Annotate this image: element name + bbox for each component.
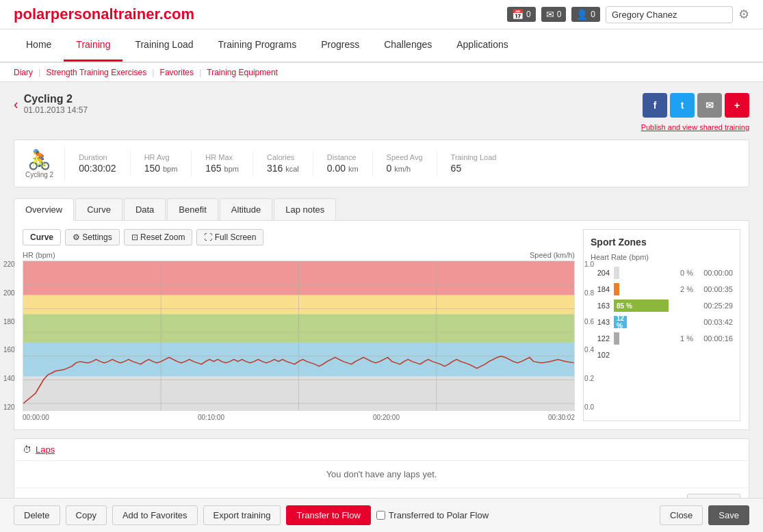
alert-icon: 👤: [576, 9, 588, 20]
subnav-diary[interactable]: Diary: [14, 68, 33, 77]
stat-calories: Calories 316 kcal: [253, 150, 313, 176]
subnav-strength[interactable]: Strength Training Exercises: [46, 68, 146, 77]
zone-row-5: 122 1 % 00:00:16: [591, 332, 733, 345]
nav-training[interactable]: Training: [64, 29, 122, 62]
zone-pct-1: 0 %: [673, 269, 693, 277]
chart-container: Curve ⚙ Settings ⊡ Reset Zoom ⛶ Full Scr…: [23, 229, 575, 421]
save-btn[interactable]: Save: [708, 505, 749, 525]
subnav-favorites[interactable]: Favorites: [160, 68, 194, 77]
tab-curve[interactable]: Curve: [75, 198, 122, 220]
tab-data[interactable]: Data: [124, 198, 166, 220]
zone-row-3: 163 85 % 00:25:29: [591, 300, 733, 312]
stat-icon-label: Cycling 2: [25, 171, 53, 178]
tab-altitude[interactable]: Altitude: [220, 198, 272, 220]
zone-time-2: 00:00:35: [697, 285, 733, 293]
close-btn[interactable]: Close: [660, 505, 703, 525]
sub-nav-sep3: |: [199, 67, 201, 77]
tab-benefit[interactable]: Benefit: [167, 198, 218, 220]
x-label-0: 00:00:00: [23, 414, 49, 421]
transfer-to-flow-btn[interactable]: Transfer to Flow: [286, 505, 370, 525]
message-count: 0: [557, 10, 562, 19]
activity-info: Cycling 2 01.01.2013 14:57: [24, 93, 88, 115]
tabs: Overview Curve Data Benefit Altitude Lap…: [14, 198, 749, 221]
reset-zoom-btn[interactable]: ⊡ Reset Zoom: [124, 229, 193, 245]
zone-row-2: 184 2 % 00:00:35: [591, 283, 733, 295]
bottom-bar: Delete Copy Add to Favorites Export trai…: [0, 498, 763, 532]
zone-time-1: 00:00:00: [697, 269, 733, 277]
zone-pct-2: 2 %: [673, 285, 693, 293]
stopwatch-icon: ⏱: [23, 444, 31, 455]
message-btn[interactable]: ✉ 0: [541, 7, 567, 22]
share-icons: f t ✉ +: [643, 93, 749, 118]
settings-icon[interactable]: ⚙: [738, 7, 749, 22]
username-field[interactable]: [606, 6, 733, 23]
zone-row-4: 143 12 % 00:03:42: [591, 316, 733, 328]
transferred-checkbox-label[interactable]: Transferred to Polar Flow: [376, 510, 489, 520]
stat-speed-avg: Speed Avg 0 km/h: [373, 150, 437, 176]
sport-zones: Sport Zones Heart Rate (bpm) 204 0 % 00:…: [583, 229, 740, 421]
zone-bar-3: 85 %: [614, 300, 669, 312]
share-link[interactable]: Publish and view shared training: [641, 123, 749, 131]
stat-duration: Duration 00:30:02: [65, 150, 131, 176]
export-training-btn[interactable]: Export training: [203, 505, 281, 525]
plus-share-btn[interactable]: +: [725, 93, 749, 118]
zone-bar-container-1: [614, 267, 669, 279]
calendar-btn[interactable]: 📅 0: [507, 7, 536, 22]
full-screen-btn[interactable]: ⛶ Full Screen: [196, 229, 263, 245]
nav-home[interactable]: Home: [14, 29, 64, 62]
y-left-label: HR (bpm): [23, 251, 55, 259]
main-nav: Home Training Training Load Training Pro…: [0, 29, 763, 63]
alert-btn[interactable]: 👤 0: [571, 7, 600, 22]
zone-bar-container-4: 12 %: [614, 316, 669, 328]
x-label-1: 00:10:00: [198, 414, 224, 421]
stat-hr-max: HR Max 165 bpm: [192, 150, 253, 176]
nav-progress[interactable]: Progress: [309, 29, 372, 62]
zone-bar-container-6: [614, 349, 669, 361]
twitter-share-btn[interactable]: t: [670, 93, 695, 118]
sub-nav-sep1: |: [38, 67, 40, 77]
nav-training-load[interactable]: Training Load: [122, 29, 205, 62]
laps-empty-message: You don't have any laps yet.: [326, 469, 437, 479]
back-arrow[interactable]: ‹: [14, 96, 18, 112]
content: ‹ Cycling 2 01.01.2013 14:57 f t ✉ + Pub…: [0, 82, 763, 529]
zone-time-4: 00:03:42: [697, 318, 733, 326]
logo-tld: .com: [159, 5, 194, 23]
laps-body: You don't have any laps yet.: [14, 461, 749, 488]
laps-title[interactable]: Laps: [36, 444, 55, 455]
settings-btn[interactable]: ⚙ Settings: [65, 229, 120, 245]
calendar-count: 0: [526, 10, 531, 19]
chart-toolbar: Curve ⚙ Settings ⊡ Reset Zoom ⛶ Full Scr…: [23, 229, 575, 245]
laps-header: ⏱ Laps: [14, 439, 749, 461]
nav-applications[interactable]: Applications: [444, 29, 521, 62]
transferred-checkbox[interactable]: [376, 511, 385, 520]
subnav-equipment[interactable]: Training Equipment: [207, 68, 278, 77]
delete-btn[interactable]: Delete: [14, 505, 60, 525]
zone-bar-container-2: [614, 283, 669, 295]
stats-bar: 🚴 Cycling 2 Duration 00:30:02 HR Avg 150…: [14, 139, 749, 187]
transferred-label-text: Transferred to Polar Flow: [389, 510, 489, 520]
x-label-3: 00:30:02: [548, 414, 575, 421]
zone-time-5: 00:00:16: [697, 334, 733, 343]
zone-bar-1: [614, 267, 619, 279]
zone-bar-5: [614, 332, 619, 345]
zones-subtitle: Heart Rate (bpm): [591, 253, 733, 261]
activity-title: Cycling 2: [24, 93, 88, 105]
calendar-icon: 📅: [512, 9, 523, 20]
zone-bar-container-5: [614, 332, 669, 345]
facebook-share-btn[interactable]: f: [643, 93, 667, 118]
nav-training-programs[interactable]: Training Programs: [206, 29, 309, 62]
copy-btn[interactable]: Copy: [66, 505, 107, 525]
tab-lap-notes[interactable]: Lap notes: [274, 198, 336, 220]
nav-challenges[interactable]: Challenges: [372, 29, 444, 62]
share-buttons: f t ✉ + Publish and view shared training: [641, 93, 749, 131]
tab-overview[interactable]: Overview: [14, 198, 74, 221]
stat-hr-avg: HR Avg 150 bpm: [131, 150, 192, 176]
stat-distance: Distance 0.00 km: [313, 150, 373, 176]
sport-zones-title: Sport Zones: [591, 237, 733, 248]
email-share-btn[interactable]: ✉: [697, 93, 722, 118]
activity-date: 01.01.2013 14:57: [24, 105, 88, 115]
y-left-axis: 220 200 180 160 140 120: [3, 261, 15, 411]
curve-btn[interactable]: Curve: [23, 229, 61, 245]
add-to-favorites-btn[interactable]: Add to Favorites: [112, 505, 198, 525]
zone-bar-4: 12 %: [614, 316, 627, 328]
